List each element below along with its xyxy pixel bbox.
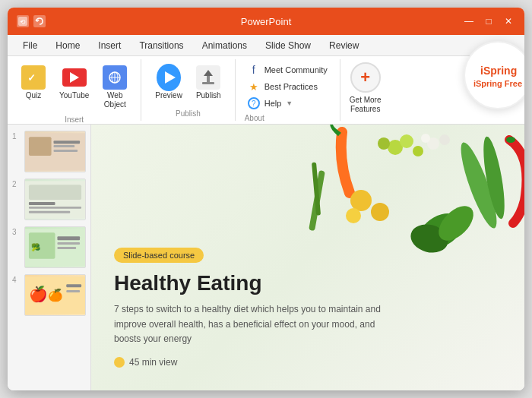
ispring-logo-icon: iSpring (479, 61, 517, 79)
slide-item-2[interactable]: 2 (12, 178, 86, 220)
svg-point-38 (378, 137, 390, 150)
svg-rect-20 (29, 201, 55, 204)
ribbon-insert-items: ✓ Quiz YouTube (17, 62, 131, 112)
slide-number-4: 4 (12, 276, 21, 284)
slide-thumbnail-2 (24, 178, 86, 220)
ribbon-group-about: f Meet Community ★ Best Practices ? Help… (236, 59, 340, 121)
slide-duration: 45 min view (114, 357, 502, 368)
quiz-icon: ✓ (21, 65, 46, 90)
preview-button[interactable]: Preview (150, 62, 187, 103)
window-title: PowerPoint (241, 16, 291, 27)
course-badge: Slide-based course (114, 248, 204, 263)
slide-thumbnail-1 (24, 131, 86, 172)
maximize-button[interactable]: □ (482, 14, 496, 28)
best-practices-label: Best Practices (264, 82, 318, 91)
insert-group-label: Insert (65, 112, 84, 124)
youtube-icon (62, 65, 87, 90)
menu-animations[interactable]: Animations (195, 39, 255, 52)
minimize-button[interactable]: — (462, 14, 476, 28)
window-controls: — □ ✕ (462, 14, 515, 28)
menu-file[interactable]: File (15, 39, 45, 52)
app-icon: ⟲ (17, 15, 29, 27)
menu-home[interactable]: Home (48, 39, 87, 52)
help-icon: ? (248, 97, 260, 109)
svg-text:🍊: 🍊 (48, 287, 63, 302)
slide-panel: 1 2 (8, 125, 91, 390)
menu-slideshow[interactable]: Slide Show (258, 39, 318, 52)
slide-number-1: 1 (12, 132, 21, 141)
preview-label: Preview (155, 91, 182, 100)
ispring-badge: iSpring iSpring Free (464, 41, 524, 109)
svg-point-36 (506, 137, 515, 143)
svg-rect-32 (66, 284, 81, 287)
about-group-label: About (245, 111, 264, 122)
web-icon (103, 65, 127, 90)
svg-text:✓: ✓ (27, 72, 36, 84)
content-area: 1 2 (8, 125, 524, 390)
facebook-icon: f (248, 64, 260, 76)
menu-transitions[interactable]: Transitions (131, 39, 191, 52)
youtube-label: YouTube (59, 91, 89, 100)
quiz-label: Quiz (26, 91, 42, 100)
quiz-button[interactable]: ✓ Quiz (17, 62, 50, 103)
slide-thumbnail-3: 🥦 (24, 226, 86, 268)
slide-item-1[interactable]: 1 (12, 131, 86, 172)
svg-point-46 (346, 208, 361, 223)
svg-rect-17 (54, 150, 78, 152)
slide-thumbnail-4: 🍎 🍊 (24, 274, 86, 316)
get-more-label: Get More Features (350, 96, 382, 114)
youtube-button[interactable]: YouTube (55, 62, 93, 103)
svg-rect-33 (66, 290, 80, 292)
svg-rect-22 (29, 210, 70, 213)
help-label: Help (264, 99, 282, 108)
duration-dot-icon (114, 357, 125, 368)
ribbon-publish-items: Preview Publish (150, 62, 225, 106)
menu-review[interactable]: Review (321, 39, 366, 52)
undo-icon[interactable] (33, 15, 46, 27)
slide-description: 7 steps to switch to a healthy diet whic… (114, 302, 388, 346)
preview-icon (157, 65, 181, 90)
best-practices-button[interactable]: ★ Best Practices (245, 79, 331, 94)
publish-label: Publish (196, 91, 221, 100)
slide-title: Healthy Eating (114, 272, 502, 295)
svg-text:iSpring: iSpring (480, 65, 517, 77)
title-bar-left: ⟲ (17, 15, 46, 27)
title-bar: ⟲ PowerPoint — □ ✕ (8, 8, 524, 35)
publish-button[interactable]: Publish (192, 62, 226, 103)
web-object-button[interactable]: Web Object (98, 62, 131, 112)
svg-rect-28 (57, 247, 76, 249)
slide-item-3[interactable]: 3 🥦 (12, 226, 86, 268)
svg-rect-21 (29, 206, 81, 208)
main-slide: Slide-based course Healthy Eating 7 step… (91, 125, 524, 390)
svg-rect-15 (54, 141, 81, 144)
ribbon-group-publish: Preview Publish Publish (141, 59, 235, 121)
ribbon-group-insert: ✓ Quiz YouTube (8, 59, 141, 121)
slide-content: Slide-based course Healthy Eating 7 step… (91, 125, 524, 390)
duration-text: 45 min view (129, 357, 177, 368)
menu-insert[interactable]: Insert (90, 39, 128, 52)
close-button[interactable]: ✕ (502, 14, 515, 28)
slide-number-2: 2 (12, 180, 21, 188)
svg-rect-19 (29, 185, 81, 200)
ribbon: ✓ Quiz YouTube (8, 56, 524, 125)
svg-point-45 (371, 203, 389, 221)
slide-number-3: 3 (12, 228, 21, 236)
meet-community-button[interactable]: f Meet Community (245, 62, 331, 77)
ribbon-group-get-more: + Get More Features (340, 59, 391, 121)
svg-text:🍎: 🍎 (29, 284, 48, 302)
app-window: ⟲ PowerPoint — □ ✕ File Home Insert Tran… (8, 8, 524, 390)
web-label: Web Object (104, 91, 126, 109)
svg-text:⟲: ⟲ (20, 18, 26, 26)
meet-community-label: Meet Community (264, 65, 328, 74)
get-more-button[interactable]: + (350, 62, 381, 93)
svg-point-40 (413, 146, 423, 156)
svg-rect-14 (29, 137, 52, 156)
plus-icon: + (360, 68, 370, 87)
menu-bar: File Home Insert Transitions Animations … (8, 35, 524, 56)
svg-point-49 (421, 134, 430, 143)
help-button[interactable]: ? Help ▼ (245, 96, 331, 111)
svg-point-48 (439, 134, 450, 145)
slide-item-4[interactable]: 4 🍎 🍊 (12, 274, 86, 316)
ispring-label: iSpring Free (473, 79, 522, 89)
publish-icon (196, 65, 220, 90)
